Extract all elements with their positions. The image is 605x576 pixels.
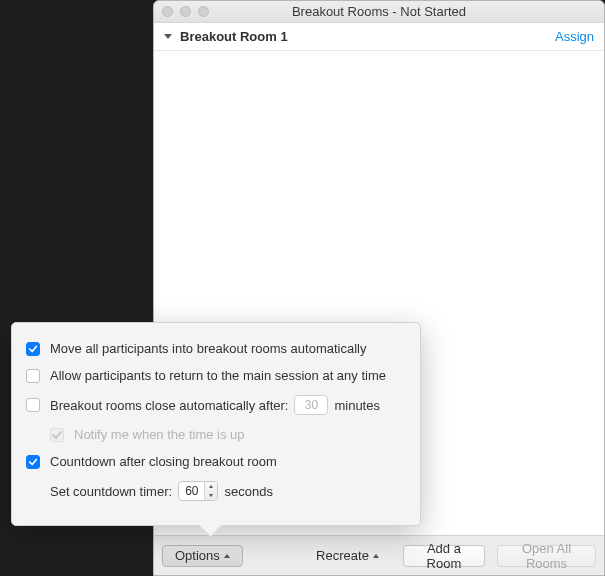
add-room-button-label: Add a Room: [416, 541, 472, 571]
options-button-label: Options: [175, 548, 220, 563]
open-all-rooms-button: Open All Rooms: [497, 545, 596, 567]
chevron-up-icon: [224, 554, 230, 558]
option-countdown-timer: Set countdown timer: 60 seconds: [26, 481, 406, 501]
add-room-button[interactable]: Add a Room: [403, 545, 485, 567]
close-window-button[interactable]: [162, 6, 173, 17]
option-notify: Notify me when the time is up: [26, 427, 406, 442]
footer-toolbar: Options Recreate Add a Room Open All Roo…: [154, 535, 604, 575]
room-name-label: Breakout Room 1: [180, 29, 555, 44]
checkbox-checked-icon[interactable]: [26, 455, 40, 469]
chevron-up-icon: [373, 554, 379, 558]
option-allow-return-label: Allow participants to return to the main…: [50, 368, 386, 383]
checkbox-unchecked-icon[interactable]: [26, 369, 40, 383]
option-countdown[interactable]: Countdown after closing breakout room: [26, 454, 406, 469]
option-auto-close-suffix: minutes: [334, 398, 380, 413]
countdown-timer-suffix: seconds: [224, 484, 272, 499]
chevron-up-icon: [209, 485, 213, 488]
option-countdown-label: Countdown after closing breakout room: [50, 454, 277, 469]
option-notify-label: Notify me when the time is up: [74, 427, 245, 442]
checkbox-checked-icon[interactable]: [26, 342, 40, 356]
chevron-down-icon: [209, 494, 213, 497]
zoom-window-button[interactable]: [198, 6, 209, 17]
recreate-button-label: Recreate: [316, 548, 369, 563]
titlebar: Breakout Rooms - Not Started: [154, 1, 604, 23]
option-auto-close-prefix: Breakout rooms close automatically after…: [50, 398, 288, 413]
options-button[interactable]: Options: [162, 545, 243, 567]
auto-close-minutes-input[interactable]: 30: [294, 395, 328, 415]
room-header: Breakout Room 1 Assign: [154, 23, 604, 51]
checkbox-disabled-icon: [50, 428, 64, 442]
option-auto-move-label: Move all participants into breakout room…: [50, 341, 366, 356]
countdown-seconds-value: 60: [179, 482, 204, 500]
minimize-window-button[interactable]: [180, 6, 191, 17]
option-auto-close[interactable]: Breakout rooms close automatically after…: [26, 395, 406, 415]
countdown-timer-prefix: Set countdown timer:: [50, 484, 172, 499]
disclosure-triangle-icon[interactable]: [164, 34, 172, 39]
window-controls: [154, 6, 209, 17]
window-title: Breakout Rooms - Not Started: [154, 4, 604, 19]
assign-link[interactable]: Assign: [555, 29, 594, 44]
options-popover: Move all participants into breakout room…: [11, 322, 421, 526]
option-allow-return[interactable]: Allow participants to return to the main…: [26, 368, 406, 383]
checkbox-unchecked-icon[interactable]: [26, 398, 40, 412]
option-auto-move[interactable]: Move all participants into breakout room…: [26, 341, 406, 356]
countdown-seconds-stepper[interactable]: 60: [178, 481, 218, 501]
stepper-arrows[interactable]: [204, 482, 217, 500]
open-all-rooms-button-label: Open All Rooms: [510, 541, 583, 571]
recreate-button[interactable]: Recreate: [304, 545, 391, 567]
